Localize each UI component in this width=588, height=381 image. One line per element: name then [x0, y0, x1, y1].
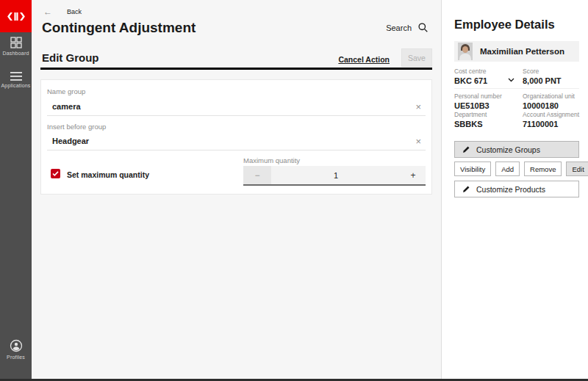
- name-group-label: Name group: [47, 87, 85, 95]
- insert-before-group-input[interactable]: Headgear: [52, 137, 89, 145]
- quantity-increment-button[interactable]: +: [401, 166, 426, 184]
- checkmark-icon: [52, 171, 59, 176]
- employee-summary[interactable]: Maximilian Petterson: [454, 41, 579, 62]
- employee-name: Maximilian Petterson: [480, 47, 564, 56]
- add-button[interactable]: Add: [495, 162, 520, 176]
- sidebar-item-label: Profiles: [7, 355, 25, 360]
- search-icon: [418, 23, 428, 32]
- field-divider: [47, 115, 426, 116]
- quantity-decrement-button[interactable]: −: [243, 166, 271, 184]
- employee-details-panel: Employee Details Maximilian Petterson Co…: [441, 0, 588, 379]
- back-label: Back: [67, 8, 82, 15]
- set-max-quantity-checkbox[interactable]: [51, 169, 60, 178]
- group-actions-row: Visibility Add Remove Edit ×: [454, 162, 588, 176]
- section-title: Edit Group: [42, 51, 99, 64]
- back-arrow-icon: ←: [43, 7, 52, 16]
- menu-icon: [10, 72, 22, 81]
- sbb-logo-icon: [7, 12, 25, 21]
- back-button[interactable]: ← Back: [43, 7, 82, 16]
- customize-products-button[interactable]: Customize Products: [454, 181, 579, 197]
- department-label: Department: [454, 111, 487, 118]
- main-content: ← Back Contingent Adjustment Search Edit…: [32, 0, 441, 379]
- page-title: Contingent Adjustment: [42, 20, 196, 36]
- insert-before-group-label: Insert before group: [47, 123, 106, 131]
- search-control[interactable]: Search: [386, 23, 428, 32]
- panel-title: Employee Details: [454, 18, 555, 32]
- cost-centre-value[interactable]: BKC 671: [454, 76, 487, 85]
- clear-insert-before-icon[interactable]: ×: [415, 137, 421, 146]
- set-max-quantity-label[interactable]: Set maximum quantity: [67, 170, 149, 179]
- edit-group-form: Name group camera × Insert before group …: [40, 79, 432, 195]
- sidebar-item-applications[interactable]: Applications: [0, 72, 32, 88]
- sidebar-item-profiles[interactable]: Profiles: [0, 339, 32, 360]
- field-divider: [47, 150, 426, 150]
- app-logo[interactable]: [0, 0, 32, 32]
- person-circle-icon: [10, 339, 23, 352]
- section-underline: [40, 68, 432, 70]
- score-label: Score: [523, 68, 539, 75]
- quantity-value[interactable]: 1: [271, 166, 401, 184]
- maximum-quantity-label: Maximum quantity: [243, 156, 300, 164]
- cost-centre-label: Cost centre: [454, 68, 486, 75]
- customize-products-label: Customize Products: [476, 185, 545, 194]
- avatar: [458, 43, 473, 60]
- sidebar-item-label: Dashboard: [2, 51, 29, 56]
- visibility-button[interactable]: Visibility: [454, 162, 491, 176]
- chevron-down-icon[interactable]: [508, 78, 514, 82]
- organizational-unit-label: Organizational unit: [523, 92, 575, 100]
- edit-button-label: Edit: [572, 165, 584, 173]
- score-value: 8,000 PNT: [523, 76, 562, 85]
- organizational-unit-value: 10000180: [523, 101, 559, 110]
- personal-number-value: UE510B3: [454, 101, 490, 110]
- sidebar-item-dashboard[interactable]: Dashboard: [0, 37, 32, 56]
- customize-groups-label: Customize Groups: [476, 145, 540, 154]
- clear-name-group-icon[interactable]: ×: [415, 102, 421, 112]
- search-label: Search: [386, 23, 412, 32]
- personal-number-label: Personal number: [454, 92, 502, 100]
- remove-button[interactable]: Remove: [524, 162, 562, 176]
- quantity-stepper: − 1 +: [243, 166, 426, 186]
- sidebar: Dashboard Applications Profiles: [0, 0, 32, 379]
- edit-button[interactable]: Edit ×: [566, 162, 588, 176]
- account-assignment-value: 71100001: [523, 120, 558, 128]
- customize-groups-button[interactable]: Customize Groups: [454, 141, 579, 158]
- pencil-icon: [462, 145, 470, 153]
- dashboard-icon: [10, 37, 22, 48]
- account-assignment-label: Account Assignment: [523, 111, 579, 118]
- save-button[interactable]: Save: [401, 48, 432, 67]
- panel-divider: [454, 88, 579, 89]
- cancel-action-link[interactable]: Cancel Action: [338, 55, 390, 64]
- name-group-input[interactable]: camera: [52, 102, 81, 111]
- sidebar-item-label: Applications: [1, 83, 30, 88]
- department-value: SBBKS: [454, 120, 483, 128]
- pencil-icon: [462, 185, 470, 193]
